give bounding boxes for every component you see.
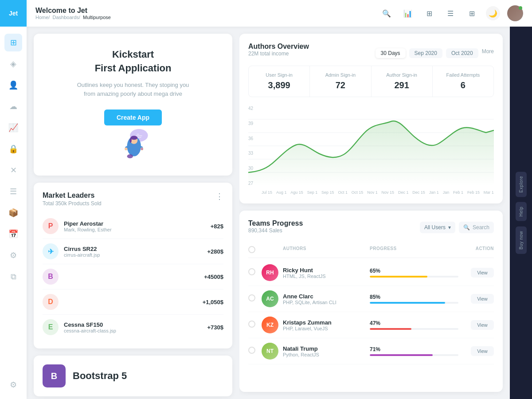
view-button[interactable]: View	[471, 294, 494, 304]
th-check	[248, 246, 262, 254]
sidebar-item-list[interactable]: ☰	[4, 183, 22, 200]
row-checkbox[interactable]	[248, 294, 255, 301]
sidebar-item-chart[interactable]: 📈	[4, 119, 22, 137]
stat-value: 6	[440, 80, 486, 90]
progress-percentage: 85%	[370, 294, 458, 300]
market-leaders-title: Market Leaders	[43, 192, 102, 200]
list-item: E Cessna SF150 cessna-aircraft-class.jsp…	[43, 315, 223, 340]
progress-area: 71%	[370, 346, 458, 356]
sidebar-bottom: ⚙	[4, 371, 22, 399]
chart-x-labels: Jul 15Aug 1Agu 15Sep 1Sep 15Oct 1Oct 15N…	[262, 190, 494, 195]
header-checkbox[interactable]	[248, 246, 255, 253]
market-icon-piper: P	[43, 218, 59, 234]
sidebar-logo[interactable]: Jet	[0, 0, 27, 27]
search-placeholder: Search	[473, 224, 489, 231]
progress-bar	[370, 276, 458, 278]
svg-point-7	[130, 136, 137, 140]
team-avatar: RH	[262, 264, 278, 281]
view-button[interactable]: View	[471, 268, 494, 278]
market-value: +1,050$	[203, 299, 223, 305]
market-leaders-title-wrap: Market Leaders Total 350k Products Sold	[43, 192, 102, 207]
search-icon[interactable]: 🔍	[379, 6, 394, 20]
stat-user-signin: User Sign-in 3,899	[249, 66, 310, 97]
row-checkbox[interactable]	[248, 347, 255, 354]
market-info: Cirrus SR22 cirrus-aircraft.jsp	[64, 246, 100, 258]
stat-label: Admin Sign-in	[317, 72, 364, 78]
buy-now-button[interactable]: Buy now	[516, 227, 527, 254]
market-leaders-card: Market Leaders Total 350k Products Sold …	[34, 183, 232, 348]
grid-icon[interactable]: ⊞	[422, 6, 436, 20]
sidebar-item-box[interactable]: 📦	[4, 204, 22, 222]
market-leaders-subtitle: Total 350k Products Sold	[43, 200, 102, 207]
table-row: AC Anne Clarc PHP, SQLite, Artisan CLI 8…	[248, 286, 494, 312]
sidebar-item-close[interactable]: ✕	[4, 161, 22, 179]
team-member-skills: PHP, SQLite, Artisan CLI	[283, 300, 370, 305]
apps-icon[interactable]: ⊞	[465, 6, 479, 20]
breadcrumb-current: Multipurpose	[83, 15, 111, 20]
row-checkbox[interactable]	[248, 268, 255, 275]
market-meta: Mark, Rowling, Esther	[64, 227, 112, 232]
search-box[interactable]: 🔍 Search	[459, 222, 494, 233]
authors-title: Authors Overview	[248, 43, 309, 51]
action-area: View	[458, 268, 494, 278]
team-avatar: KZ	[262, 317, 278, 333]
tab-30days[interactable]: 30 Days	[376, 48, 406, 58]
progress-fill	[370, 276, 427, 278]
row-checkbox[interactable]	[248, 321, 255, 328]
stat-failed-attempts: Failed Attempts 6	[433, 66, 493, 97]
sidebar-item-widgets[interactable]: ◈	[4, 55, 22, 73]
table-row: NT Natali Trump Python, ReactJS 71%	[248, 338, 494, 364]
team-member-skills: PHP, Laravel, VueJS	[283, 326, 370, 331]
teams-title: Teams Progress	[248, 219, 303, 227]
online-indicator	[519, 6, 522, 10]
teams-header: Teams Progress 890,344 Sales All Users ▾…	[248, 219, 494, 241]
authors-tabs: 30 Days Sep 2020 Oct 2020 More	[376, 48, 494, 58]
sidebar-item-lock[interactable]: 🔒	[4, 140, 22, 158]
topbar-right: 🔍 📊 ⊞ ☰ ⊞ 🌙	[379, 5, 523, 21]
market-value: +280$	[207, 248, 223, 255]
bootstrap-text: Bootstrap 5	[73, 370, 127, 382]
menu-icon[interactable]: ☰	[443, 6, 458, 20]
explore-button[interactable]: Explore	[516, 172, 527, 197]
users-filter[interactable]: All Users ▾	[420, 222, 455, 233]
market-leaders-menu[interactable]: ⋮	[215, 192, 223, 201]
row-checkbox-wrap	[248, 294, 262, 303]
left-panel: KickstartFirst Application Outlines keep…	[27, 27, 239, 399]
view-button[interactable]: View	[471, 320, 494, 330]
tab-more[interactable]: More	[482, 48, 494, 58]
stat-label: Failed Attempts	[440, 72, 486, 78]
kickstart-card: KickstartFirst Application Outlines keep…	[34, 34, 232, 176]
bootstrap-icon: B	[43, 364, 66, 387]
market-info: Piper Aerostar Mark, Rowling, Esther	[64, 220, 112, 232]
teams-table-header: AUTHORS PROGRESS ACTION	[248, 243, 494, 258]
tab-oct2020[interactable]: Oct 2020	[446, 48, 478, 58]
sidebar-item-calendar[interactable]: 📅	[4, 225, 22, 243]
sidebar-item-cloud[interactable]: ☁	[4, 98, 22, 115]
stat-value: 291	[379, 80, 425, 90]
authors-income: 22M total income	[248, 51, 309, 57]
theme-toggle[interactable]: 🌙	[486, 6, 500, 20]
svg-point-8	[129, 138, 131, 143]
th-action: ACTION	[458, 246, 494, 254]
list-item: B +4500$	[43, 264, 223, 289]
teams-table: AUTHORS PROGRESS ACTION RH Ricky Hunt HT…	[248, 243, 494, 364]
sidebar-item-tool[interactable]: ⚙	[4, 246, 22, 264]
page-title: Welcome to Jet	[35, 7, 111, 15]
dark-side-panel: Explore Help Buy now	[510, 27, 532, 399]
view-button[interactable]: View	[471, 346, 494, 356]
th-authors: AUTHORS	[262, 246, 370, 254]
table-row: KZ Kristaps Zumman PHP, Laravel, VueJS 4…	[248, 312, 494, 338]
analytics-icon[interactable]: 📊	[401, 6, 415, 20]
create-app-button[interactable]: Create App	[104, 110, 162, 125]
market-meta: cessna-aircraft-class.jsp	[64, 328, 116, 333]
progress-area: 85%	[370, 294, 458, 304]
team-info: Kristaps Zumman PHP, Laravel, VueJS	[283, 319, 370, 331]
filter-label: All Users	[424, 224, 446, 231]
sidebar-item-users[interactable]: 👤	[4, 76, 22, 94]
tab-sep2020[interactable]: Sep 2020	[409, 48, 442, 58]
sidebar-item-settings[interactable]: ⚙	[4, 376, 22, 394]
help-button[interactable]: Help	[516, 202, 527, 221]
sidebar-item-layers[interactable]: ⧉	[4, 268, 22, 286]
sidebar-item-dashboard[interactable]: ⊞	[4, 34, 22, 51]
progress-fill	[370, 328, 411, 330]
